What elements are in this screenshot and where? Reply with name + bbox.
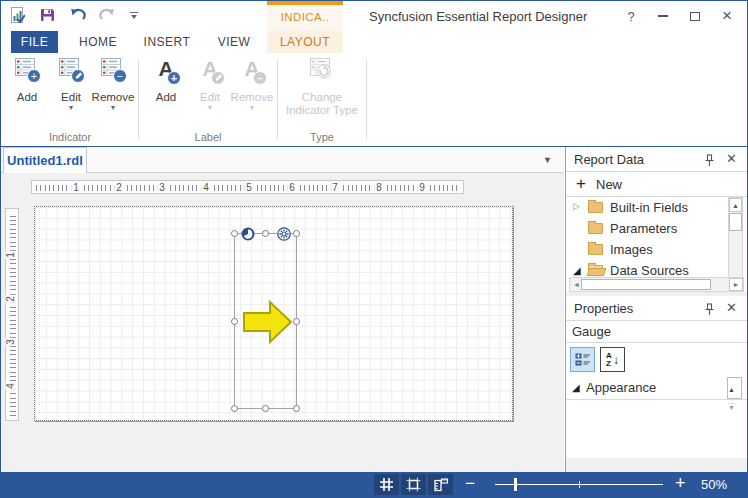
tree-item-parameters[interactable]: Parameters (566, 218, 747, 239)
scroll-left-icon[interactable]: ◄ (573, 281, 580, 288)
zoom-slider-thumb[interactable] (514, 478, 517, 491)
document-list-dropdown-icon[interactable]: ▼ (543, 155, 552, 165)
gauge-settings-gear-icon[interactable] (277, 227, 291, 241)
close-button[interactable] (711, 3, 743, 29)
qat-customize-button[interactable] (127, 8, 141, 22)
close-panel-icon[interactable]: ✕ (726, 300, 737, 315)
right-panel: Report Data ✕ + New ▷ Built-in Fields Pa… (565, 147, 747, 472)
close-panel-icon[interactable]: ✕ (726, 151, 737, 166)
zoom-in-button[interactable]: + (675, 473, 686, 494)
zoom-level-label: 50% (701, 477, 727, 492)
properties-header: Properties ✕ (566, 296, 747, 321)
scroll-up-icon[interactable]: ▲ (729, 198, 742, 212)
maximize-icon (690, 12, 700, 21)
scroll-up-icon[interactable]: ▲ (728, 386, 735, 393)
zoom-slider-center-tick (579, 481, 580, 488)
ribbon: Add Edit Remove Indicator (1, 53, 747, 147)
app-icon[interactable] (7, 5, 27, 25)
tree-horizontal-scrollbar[interactable]: ◄ ► (569, 277, 744, 292)
tab-view[interactable]: VIEW (212, 31, 256, 53)
redo-button[interactable] (97, 5, 117, 25)
selected-object-row: Gauge (566, 321, 747, 343)
selected-object-name: Gauge (572, 324, 611, 339)
indicator-edit-button[interactable]: Edit (49, 57, 93, 113)
new-button[interactable]: + New (566, 172, 747, 197)
edit-dropdown-arrow[interactable] (49, 104, 93, 113)
ruler-number: 7 (330, 182, 340, 193)
indicator-remove-button[interactable]: Remove (91, 57, 135, 113)
edit-badge-icon (211, 71, 225, 85)
expander-expanded-icon[interactable]: ◢ (572, 382, 580, 393)
remove-dropdown-arrow[interactable] (91, 104, 135, 113)
ruler-number: 2 (114, 182, 124, 193)
ruler-number: 2 (5, 295, 16, 303)
tab-file[interactable]: FILE (11, 31, 58, 53)
indicator-add-button[interactable]: Add (5, 57, 49, 113)
resize-handle-s[interactable] (262, 405, 269, 412)
az-sort-icon: AZ ↓ (606, 352, 619, 368)
tree-item-images[interactable]: Images (566, 239, 747, 260)
alphabetical-sort-button[interactable]: AZ ↓ (600, 347, 625, 372)
scrollbar-thumb[interactable] (581, 279, 711, 290)
add-badge-icon (27, 69, 41, 83)
folder-icon (588, 202, 603, 213)
gauge-data-badge-icon[interactable] (241, 227, 255, 241)
tab-home[interactable]: HOME (73, 31, 123, 53)
report-canvas[interactable] (34, 206, 513, 421)
section-scroll-spinner[interactable]: ▲ ▼ (727, 377, 742, 399)
group-label: Add Edit Remove Label (140, 53, 276, 145)
expander-collapsed-icon[interactable]: ▷ (573, 201, 580, 211)
document-tab[interactable]: Untitled1.rdl (3, 147, 87, 173)
toggle-ruler-button[interactable] (428, 474, 453, 495)
group-label-label: Label (140, 131, 276, 143)
scroll-right-icon[interactable]: ► (729, 278, 743, 291)
resize-handle-n[interactable] (262, 230, 269, 237)
scrollbar-thumb[interactable] (729, 213, 742, 231)
maximize-button[interactable] (679, 3, 711, 29)
tree-item-built-in-fields[interactable]: ▷ Built-in Fields (566, 197, 747, 218)
zoom-out-button[interactable]: − (465, 474, 475, 494)
toggle-grid-button[interactable] (374, 474, 399, 495)
pin-icon[interactable] (704, 153, 715, 171)
resize-handle-sw[interactable] (231, 405, 238, 412)
tab-insert[interactable]: INSERT (141, 31, 193, 53)
group-label-type: Type (278, 131, 366, 143)
report-data-header: Report Data ✕ (566, 147, 747, 172)
label-add-button[interactable]: Add (144, 57, 188, 113)
resize-handle-ne[interactable] (293, 230, 300, 237)
pin-icon[interactable] (704, 302, 715, 320)
window-title: Syncfusion Essential Report Designer (369, 9, 587, 24)
indicator-table-icon (15, 57, 39, 81)
resize-handle-se[interactable] (293, 405, 300, 412)
appearance-section-row[interactable]: ◢ Appearance ▲ ▼ (566, 376, 747, 400)
report-data-title: Report Data (574, 152, 644, 167)
appearance-section-label: Appearance (586, 380, 656, 395)
resize-handle-e[interactable] (293, 318, 300, 325)
save-button[interactable] (37, 5, 57, 25)
expander-expanded-icon[interactable]: ◢ (573, 265, 581, 276)
ruler-icon (433, 477, 449, 492)
undo-button[interactable] (67, 5, 87, 25)
ruler-number: 3 (157, 182, 167, 193)
scroll-down-icon[interactable]: ▼ (728, 403, 735, 411)
resize-handle-w[interactable] (231, 318, 238, 325)
properties-toolbar: AZ ↓ (566, 343, 747, 376)
categorized-view-button[interactable] (570, 347, 595, 372)
ruler-number: 1 (5, 251, 16, 259)
indicator-table-icon (101, 57, 125, 81)
properties-title: Properties (574, 301, 633, 316)
tab-layout[interactable]: LAYOUT (267, 31, 343, 53)
minimize-button[interactable] (647, 3, 679, 29)
indicator-arrow[interactable] (243, 299, 293, 349)
window-controls: ? (615, 1, 743, 31)
toggle-margins-button[interactable] (401, 474, 426, 495)
group-separator (366, 59, 367, 139)
gauge-selection-box[interactable] (234, 233, 297, 409)
grid-icon (379, 477, 394, 492)
group-label-indicator: Indicator (3, 131, 137, 143)
ribbon-tab-row: FILE HOME INSERT VIEW LAYOUT (1, 31, 747, 53)
label-edit-button: Edit (188, 57, 232, 113)
resize-handle-nw[interactable] (231, 230, 238, 237)
group-separator (138, 59, 139, 139)
help-button[interactable]: ? (615, 3, 647, 29)
